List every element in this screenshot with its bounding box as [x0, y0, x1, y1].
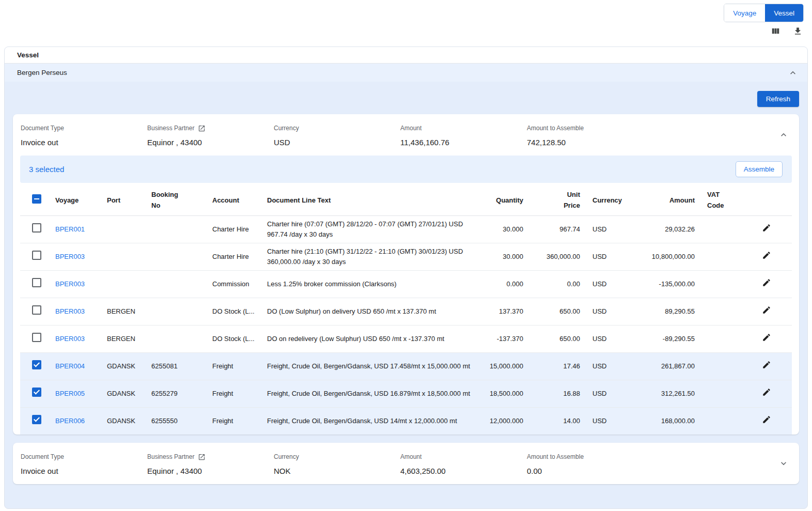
- cell-vat-code: [701, 298, 741, 325]
- cell-checkbox: [20, 270, 49, 298]
- row-checkbox[interactable]: [32, 278, 41, 287]
- cell-document-line-text: DO (Low Sulphur) on delivery USD 650 /mt…: [261, 298, 478, 325]
- expand-chevron-down-icon[interactable]: [778, 458, 789, 469]
- assemble-button[interactable]: Assemble: [736, 161, 783, 177]
- vessel-group-header[interactable]: Bergen Perseus: [5, 64, 807, 82]
- column-header-account: Account: [206, 186, 261, 215]
- cell-port: BERGEN: [101, 298, 145, 325]
- edit-icon[interactable]: [762, 388, 771, 397]
- vessel-toggle-button[interactable]: Vessel: [765, 4, 803, 22]
- edit-icon[interactable]: [762, 251, 771, 260]
- row-checkbox[interactable]: [32, 223, 41, 233]
- external-link-icon[interactable]: [198, 125, 206, 132]
- cell-account: Freight: [206, 352, 261, 380]
- edit-icon[interactable]: [762, 415, 771, 424]
- columns-icon[interactable]: [771, 26, 780, 36]
- voyage-link[interactable]: BPER005: [55, 390, 85, 397]
- cell-vat-code: [701, 407, 741, 435]
- cell-document-line-text: Less 1.25% broker commission (Clarksons): [261, 270, 478, 298]
- selected-count: 3 selected: [29, 165, 64, 174]
- row-checkbox[interactable]: [32, 388, 41, 397]
- field-value: 4,603,250.00: [400, 467, 522, 475]
- voyage-link[interactable]: BPER003: [55, 335, 85, 343]
- field-label: Amount to Assemble: [527, 453, 648, 461]
- field-document-type: Document Type Invoice out: [21, 453, 147, 475]
- document-summary: Document Type Invoice out Business Partn…: [13, 443, 799, 484]
- row-checkbox[interactable]: [32, 251, 41, 260]
- vessel-name: Bergen Perseus: [17, 69, 67, 76]
- cell-voyage: BPER001: [49, 215, 101, 243]
- table-row[interactable]: BPER005 GDANSK 6255279 Freight Freight, …: [20, 380, 792, 407]
- table-row[interactable]: BPER003 BERGEN DO Stock (L... DO on rede…: [20, 325, 792, 352]
- column-header-quantity: Quantity: [478, 186, 529, 215]
- cell-account: Freight: [206, 407, 261, 435]
- cell-booking-no: 6255550: [145, 407, 206, 435]
- field-value: Equinor , 43400: [147, 467, 269, 475]
- edit-icon[interactable]: [762, 223, 771, 233]
- cell-account: Charter Hire: [206, 243, 261, 270]
- field-business-partner: Business Partner Equinor , 43400: [147, 453, 274, 475]
- row-checkbox[interactable]: [32, 360, 41, 369]
- row-checkbox[interactable]: [32, 333, 41, 342]
- cell-currency: USD: [586, 407, 629, 435]
- voyage-link[interactable]: BPER001: [55, 225, 85, 233]
- field-label: Business Partner: [147, 453, 269, 461]
- field-value: 742,128.50: [527, 138, 648, 147]
- cell-amount: -89,290.55: [629, 325, 701, 352]
- field-label: Document Type: [21, 124, 142, 132]
- cell-quantity: 15,000.000: [478, 352, 529, 380]
- voyage-link[interactable]: BPER003: [55, 280, 85, 288]
- cell-amount: -135,000.00: [629, 270, 701, 298]
- voyage-link[interactable]: BPER006: [55, 417, 85, 425]
- document-card-usd: Document Type Invoice out Business Partn…: [13, 114, 799, 435]
- cell-checkbox: [20, 325, 49, 352]
- cell-booking-no: 6255279: [145, 380, 206, 407]
- cell-amount: 312,261.50: [629, 380, 701, 407]
- cell-booking-no: 6255081: [145, 352, 206, 380]
- document-card-nok: Document Type Invoice out Business Partn…: [13, 443, 799, 484]
- table-row[interactable]: BPER003 BERGEN DO Stock (L... DO (Low Su…: [20, 298, 792, 325]
- table-row[interactable]: BPER006 GDANSK 6255550 Freight Freight, …: [20, 407, 792, 435]
- cell-quantity: 0.000: [478, 270, 529, 298]
- refresh-button[interactable]: Refresh: [757, 91, 799, 107]
- cell-vat-code: [701, 243, 741, 270]
- table-row[interactable]: BPER001 Charter Hire Charter hire (07:07…: [20, 215, 792, 243]
- table-row[interactable]: BPER003 Commission Less 1.25% broker com…: [20, 270, 792, 298]
- select-all-checkbox[interactable]: [32, 194, 41, 204]
- voyage-link[interactable]: BPER003: [55, 253, 85, 260]
- cell-account: DO Stock (L...: [206, 325, 261, 352]
- cell-currency: USD: [586, 380, 629, 407]
- cell-unit-price: 650.00: [529, 325, 586, 352]
- field-currency: Currency USD: [274, 124, 400, 147]
- field-value: USD: [274, 138, 395, 147]
- table-row[interactable]: BPER004 GDANSK 6255081 Freight Freight, …: [20, 352, 792, 380]
- document-lines-table: Voyage Port Booking No Account Document …: [20, 186, 792, 435]
- voyage-link[interactable]: BPER003: [55, 307, 85, 315]
- cell-amount: 29,032.26: [629, 215, 701, 243]
- row-checkbox[interactable]: [32, 305, 41, 315]
- edit-icon[interactable]: [762, 360, 771, 369]
- table-row[interactable]: BPER003 Charter Hire Charter hire (21:10…: [20, 243, 792, 270]
- cell-currency: USD: [586, 325, 629, 352]
- download-icon[interactable]: [793, 26, 803, 36]
- voyage-toggle-button[interactable]: Voyage: [724, 4, 765, 22]
- edit-icon[interactable]: [762, 278, 771, 287]
- row-checkbox[interactable]: [32, 415, 41, 424]
- cell-checkbox: [20, 215, 49, 243]
- cell-account: Commission: [206, 270, 261, 298]
- chevron-up-icon[interactable]: [788, 68, 798, 78]
- panel-title: Vessel: [5, 47, 807, 64]
- voyage-link[interactable]: BPER004: [55, 362, 85, 370]
- collapse-chevron-up-icon[interactable]: [778, 130, 789, 140]
- cell-actions: [741, 325, 792, 352]
- edit-icon[interactable]: [762, 305, 771, 315]
- cell-amount: 10,800,000.00: [629, 243, 701, 270]
- cell-checkbox: [20, 352, 49, 380]
- edit-icon[interactable]: [762, 333, 771, 342]
- cell-vat-code: [701, 352, 741, 380]
- field-label: Amount to Assemble: [527, 124, 648, 132]
- external-link-icon[interactable]: [198, 453, 206, 461]
- cell-voyage: BPER005: [49, 380, 101, 407]
- column-header-actions: [741, 186, 792, 215]
- cell-vat-code: [701, 215, 741, 243]
